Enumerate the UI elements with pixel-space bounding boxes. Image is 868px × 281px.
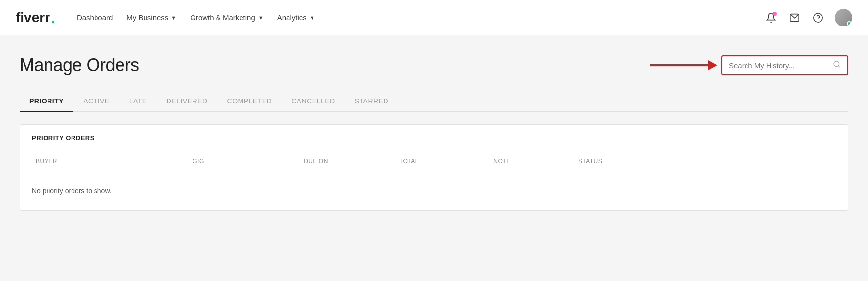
nav-analytics[interactable]: Analytics ▼ bbox=[271, 9, 321, 26]
logo-text: fiverr bbox=[16, 10, 50, 26]
avatar[interactable] bbox=[835, 9, 852, 26]
col-buyer: BUYER bbox=[32, 158, 130, 165]
nav-items: Dashboard My Business ▼ Growth & Marketi… bbox=[71, 9, 748, 26]
svg-line-4 bbox=[838, 66, 840, 67]
search-annotation bbox=[650, 55, 848, 75]
tab-active[interactable]: ACTIVE bbox=[73, 91, 120, 112]
tab-starred[interactable]: STARRED bbox=[345, 91, 398, 112]
page-title: Manage Orders bbox=[20, 55, 139, 76]
tab-delivered[interactable]: DELIVERED bbox=[157, 91, 217, 112]
notifications-icon[interactable] bbox=[764, 11, 778, 25]
chevron-down-icon: ▼ bbox=[310, 15, 315, 21]
priority-orders-section: PRIORITY ORDERS BUYER GIG DUE ON TOTAL N… bbox=[20, 124, 848, 211]
nav-my-business[interactable]: My Business ▼ bbox=[121, 9, 182, 26]
search-box bbox=[721, 55, 848, 75]
arrow-line bbox=[650, 64, 708, 66]
chevron-down-icon: ▼ bbox=[258, 15, 264, 21]
col-note: NOTE bbox=[453, 158, 551, 165]
search-icon bbox=[833, 60, 841, 70]
section-title: PRIORITY ORDERS bbox=[20, 125, 848, 152]
search-input[interactable] bbox=[729, 61, 829, 70]
tabs: PRIORITY ACTIVE LATE DELIVERED COMPLETED… bbox=[20, 91, 848, 112]
help-icon[interactable] bbox=[811, 11, 825, 25]
main-content: Manage Orders PRIORITY ACTIVE L bbox=[0, 35, 868, 281]
page-header: Manage Orders bbox=[20, 55, 848, 76]
online-status-dot bbox=[847, 21, 852, 26]
tab-cancelled[interactable]: CANCELLED bbox=[282, 91, 345, 112]
tab-priority[interactable]: PRIORITY bbox=[20, 91, 73, 112]
navbar: fiverr. Dashboard My Business ▼ Growth &… bbox=[0, 0, 868, 35]
notification-dot bbox=[773, 12, 777, 16]
svg-point-3 bbox=[834, 61, 839, 67]
chevron-down-icon: ▼ bbox=[171, 15, 176, 21]
col-due-on: DUE ON bbox=[267, 158, 365, 165]
col-gig: GIG bbox=[130, 158, 267, 165]
red-arrow-annotation bbox=[650, 60, 717, 70]
nav-growth-marketing[interactable]: Growth & Marketing ▼ bbox=[184, 9, 269, 26]
mail-icon[interactable] bbox=[788, 11, 801, 25]
empty-message: No priority orders to show. bbox=[20, 171, 848, 210]
nav-dashboard[interactable]: Dashboard bbox=[71, 9, 119, 26]
col-total: TOTAL bbox=[365, 158, 453, 165]
nav-right bbox=[764, 9, 852, 26]
logo-dot: . bbox=[51, 10, 55, 26]
svg-point-1 bbox=[814, 13, 822, 22]
col-status: STATUS bbox=[551, 158, 629, 165]
tab-late[interactable]: LATE bbox=[120, 91, 157, 112]
arrow-head bbox=[708, 60, 717, 70]
table-header: BUYER GIG DUE ON TOTAL NOTE STATUS bbox=[20, 152, 848, 171]
logo[interactable]: fiverr. bbox=[16, 10, 55, 26]
tab-completed[interactable]: COMPLETED bbox=[217, 91, 282, 112]
